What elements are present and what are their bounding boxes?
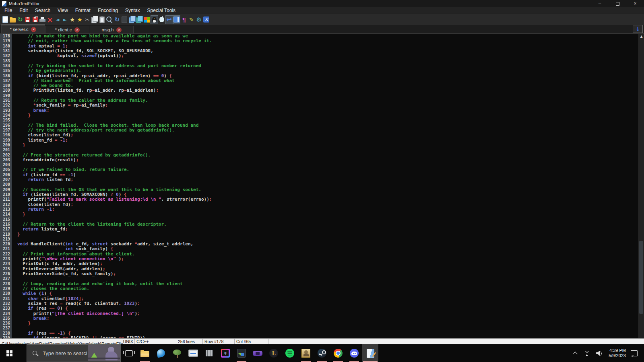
code-text: // exit, rather than waiting for a few t… xyxy=(12,39,212,43)
line-number: 205 xyxy=(0,167,12,172)
replace-icon[interactable]: ↻ xyxy=(114,15,121,24)
mac-format-icon[interactable] xyxy=(158,15,166,24)
status-syntax: C/C++ xyxy=(135,339,176,344)
menu-format[interactable]: Format xyxy=(72,7,94,14)
search-input[interactable] xyxy=(42,350,88,357)
line-number: 179 xyxy=(0,39,12,43)
menu-search[interactable]: Search xyxy=(31,7,54,14)
scroll-tabs-down-icon[interactable]: ↓ xyxy=(633,25,643,33)
code-line: 213 return -1; xyxy=(0,207,644,212)
line-number: 187 xyxy=(0,78,12,83)
line-number: 234 xyxy=(0,311,12,316)
start-button[interactable] xyxy=(0,344,19,362)
taskbar-gba-emulator[interactable] xyxy=(250,344,266,362)
code-line: 236 } xyxy=(0,321,644,326)
code-text xyxy=(12,148,17,152)
tray-clock[interactable]: 4:39 PM 5/9/2023 xyxy=(609,348,626,358)
wifi-icon[interactable] xyxy=(583,351,590,356)
taskbar-file-explorer[interactable] xyxy=(137,344,153,362)
taskbar-mobaxterm[interactable] xyxy=(233,344,250,362)
windows-format-icon[interactable] xyxy=(143,15,151,24)
close-button-icon[interactable]: × xyxy=(626,0,644,7)
search-illustration xyxy=(88,345,120,361)
copy-icon[interactable] xyxy=(91,15,99,24)
side-panel-icon[interactable] xyxy=(173,15,181,24)
open-file-icon[interactable] xyxy=(9,15,17,24)
line-number: 201 xyxy=(0,148,12,152)
menu-special-tools[interactable]: Special Tools xyxy=(144,7,180,14)
save-icon[interactable] xyxy=(24,15,32,24)
cut-icon[interactable]: ✂ xyxy=(84,15,91,24)
minimize-button-icon[interactable]: – xyxy=(591,0,609,7)
tab-close-icon[interactable]: × xyxy=(74,27,80,33)
close-editor-icon[interactable]: × xyxy=(203,15,211,24)
menu-view[interactable]: View xyxy=(54,7,72,14)
taskbar-system-monitor[interactable] xyxy=(185,344,201,362)
search-box[interactable] xyxy=(27,344,121,362)
duplicate-file-icon[interactable] xyxy=(128,15,136,24)
find-icon[interactable] xyxy=(106,15,114,24)
add-favorite-icon[interactable]: ★ xyxy=(69,15,76,24)
line-number: 203 xyxy=(0,158,12,162)
tab-server-c[interactable]: * server.c× xyxy=(1,25,45,33)
taskbar-discord[interactable] xyxy=(346,344,362,362)
line-number: 189 xyxy=(0,88,12,93)
tab-close-icon[interactable]: × xyxy=(116,27,122,33)
close-file-icon[interactable]: × xyxy=(46,15,54,24)
show-paragraph-marks-icon[interactable]: ¶ xyxy=(180,15,188,24)
code-text: } xyxy=(12,212,25,217)
code-line: 216 // Return to the client the listenin… xyxy=(0,222,644,227)
menu-edit[interactable]: Edit xyxy=(16,7,31,14)
reload-icon[interactable]: ↻ xyxy=(17,15,24,24)
taskbar-spotify[interactable] xyxy=(282,344,298,362)
code-line: 194 } xyxy=(0,113,644,118)
code-line: 197 // try the next address/port returne… xyxy=(0,128,644,133)
edit-mode-icon[interactable]: ✎ xyxy=(188,15,196,24)
taskbar-chrome[interactable] xyxy=(330,344,346,362)
taskbar-league-of-legends[interactable]: L xyxy=(266,344,282,362)
open-file-shape xyxy=(10,18,16,23)
status-line-count: 256 lines xyxy=(176,339,203,344)
taskbar-keys-app[interactable] xyxy=(201,344,217,362)
taskbar-cortana-drop[interactable] xyxy=(153,344,169,362)
taskbar-mobatexteditor[interactable] xyxy=(362,344,378,362)
volume-icon[interactable] xyxy=(596,351,602,356)
taskbar-persona-game[interactable] xyxy=(298,344,314,362)
code-line: 185 // by getaddrinfo(). xyxy=(0,68,644,73)
menu-syntax[interactable]: Syntax xyxy=(122,7,144,14)
unindent-icon[interactable]: ◄ xyxy=(54,15,62,24)
vertical-scrollbar[interactable]: ▲ xyxy=(638,34,644,338)
undo-icon[interactable]: ↩ xyxy=(165,15,173,24)
tab-msg-h[interactable]: msg.h× xyxy=(90,26,134,33)
unix-format-icon[interactable] xyxy=(151,15,158,24)
save-all-icon[interactable] xyxy=(31,15,39,24)
editor[interactable]: 178 // so make the port we bind to avail… xyxy=(0,34,644,338)
inactive-document-icon[interactable] xyxy=(121,15,128,24)
taskbar-task-view[interactable] xyxy=(121,344,137,362)
taskbar-intellij-idea[interactable] xyxy=(217,344,233,362)
restore-button-icon[interactable] xyxy=(609,0,626,7)
favorites-icon[interactable]: ★ xyxy=(76,15,84,24)
line-number: 212 xyxy=(0,202,12,207)
status-spacer xyxy=(268,339,644,344)
menu-encoding[interactable]: Encoding xyxy=(94,7,122,14)
print-icon[interactable] xyxy=(39,15,47,24)
indent-icon[interactable]: ► xyxy=(61,15,69,24)
taskbar-bonsai-tree-app[interactable] xyxy=(169,344,185,362)
taskbar-steam[interactable] xyxy=(314,344,330,362)
new-file-icon[interactable] xyxy=(2,15,9,24)
keys-app-icon xyxy=(206,350,213,356)
action-center-icon[interactable] xyxy=(631,350,638,356)
tab-close-icon[interactable]: × xyxy=(31,27,36,32)
scrollbar-thumb[interactable] xyxy=(639,241,643,314)
sync-file-icon[interactable] xyxy=(136,15,143,24)
settings-gears-icon[interactable]: ⚙ xyxy=(195,15,203,24)
scroll-up-icon[interactable]: ▲ xyxy=(638,34,644,39)
paste-icon[interactable] xyxy=(99,15,106,24)
taskbar: L 4:39 PM 5/9/2023 xyxy=(0,344,644,362)
tab-client-c[interactable]: * client.c× xyxy=(45,26,89,33)
tray-chevron-up-icon[interactable] xyxy=(573,352,578,356)
menu-file[interactable]: File xyxy=(1,7,16,14)
code-area[interactable]: 178 // so make the port we bind to avail… xyxy=(0,34,644,338)
persona-game-icon xyxy=(301,349,310,358)
